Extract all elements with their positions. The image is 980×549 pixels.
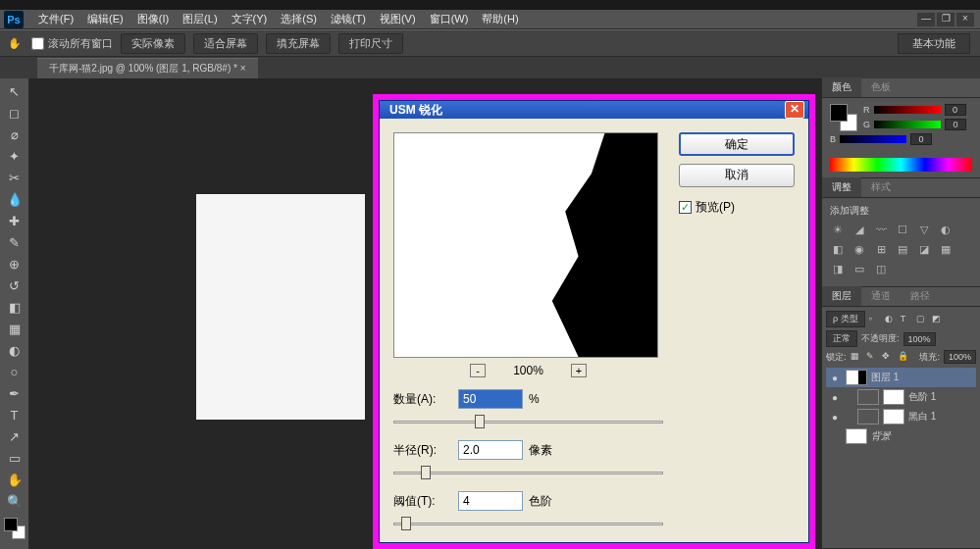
minimize-icon[interactable]: — (917, 13, 935, 26)
adj-thumb[interactable] (857, 409, 879, 424)
layer-row[interactable]: ● 图层 1 (826, 368, 976, 387)
dialog-titlebar[interactable]: USM 锐化 ✕ (380, 101, 808, 119)
crop-tool-icon[interactable]: ✂ (5, 169, 25, 186)
hand-tool-icon[interactable]: ✋ (5, 471, 25, 488)
layer-row[interactable]: ● 黑白 1 (826, 407, 976, 426)
menu-layer[interactable]: 图层(L) (176, 12, 224, 26)
invert-icon[interactable]: ◪ (916, 243, 932, 257)
mask-thumb[interactable] (883, 409, 904, 424)
levels-icon[interactable]: ◢ (851, 224, 867, 237)
layer-row[interactable]: ● 色阶 1 (826, 387, 976, 407)
layer-name[interactable]: 色阶 1 (908, 390, 974, 404)
tab-channels[interactable]: 通道 (861, 286, 901, 306)
threshold-slider[interactable] (393, 515, 663, 532)
pen-tool-icon[interactable]: ✒ (5, 384, 25, 402)
amount-slider[interactable] (393, 413, 663, 430)
threshold-input[interactable] (458, 491, 523, 511)
tab-color[interactable]: 颜色 (822, 77, 861, 97)
dodge-tool-icon[interactable]: ○ (5, 363, 25, 380)
type-tool-icon[interactable]: T (5, 406, 25, 424)
filter-type-icon[interactable]: T (901, 314, 912, 325)
path-tool-icon[interactable]: ↗ (5, 427, 25, 445)
zoom-tool-icon[interactable]: 🔍 (5, 492, 25, 510)
tab-paths[interactable]: 路径 (901, 286, 940, 306)
menu-help[interactable]: 帮助(H) (475, 12, 525, 26)
heal-tool-icon[interactable]: ✚ (5, 212, 25, 229)
hand-tool-icon[interactable]: ✋ (6, 34, 24, 52)
lock-trans-icon[interactable]: ▦ (851, 351, 862, 363)
poster-icon[interactable]: ▦ (938, 243, 954, 257)
mask-thumb[interactable] (883, 389, 904, 405)
tab-styles[interactable]: 样式 (861, 177, 901, 197)
layer-row[interactable]: 背景 (826, 426, 976, 446)
menu-filter[interactable]: 滤镜(T) (324, 12, 373, 26)
color-swatch[interactable] (4, 518, 26, 539)
lasso-tool-icon[interactable]: ⌀ (5, 125, 25, 143)
close-icon[interactable]: × (956, 13, 974, 26)
mixer-icon[interactable]: ⊞ (873, 243, 889, 257)
menu-select[interactable]: 选择(S) (274, 12, 324, 26)
wand-tool-icon[interactable]: ✦ (5, 147, 25, 165)
radius-input[interactable] (458, 440, 523, 460)
dialog-close-icon[interactable]: ✕ (785, 101, 804, 119)
scroll-all-checkbox[interactable] (31, 37, 44, 50)
menu-edit[interactable]: 编辑(E) (80, 12, 130, 26)
r-slider[interactable] (874, 106, 941, 114)
lookup-icon[interactable]: ▤ (895, 243, 910, 257)
exposure-icon[interactable]: ☐ (895, 224, 910, 237)
hue-icon[interactable]: ◐ (938, 224, 954, 237)
b-slider[interactable] (840, 135, 906, 143)
threshold-icon[interactable]: ◨ (830, 263, 846, 276)
adj-thumb[interactable] (857, 389, 879, 405)
fill-screen-button[interactable]: 填充屏幕 (266, 33, 331, 54)
fit-screen-button[interactable]: 适合屏幕 (193, 33, 258, 54)
blend-mode-dropdown[interactable]: 正常 (826, 330, 857, 347)
gradmap-icon[interactable]: ▭ (851, 263, 867, 276)
layer-name[interactable]: 黑白 1 (908, 410, 974, 424)
panel-color-swatch[interactable] (830, 104, 857, 131)
g-value[interactable]: 0 (945, 119, 966, 130)
zoom-in-button[interactable]: + (571, 364, 587, 377)
ok-button[interactable]: 确定 (679, 132, 795, 156)
layer-thumb[interactable] (846, 370, 867, 385)
menu-window[interactable]: 窗口(W) (423, 12, 476, 26)
tab-adjustments[interactable]: 调整 (822, 177, 861, 197)
lock-all-icon[interactable]: 🔒 (898, 351, 909, 363)
visibility-icon[interactable]: ● (828, 373, 842, 383)
eraser-tool-icon[interactable]: ◧ (5, 298, 25, 316)
photo-filter-icon[interactable]: ◉ (851, 243, 867, 257)
filter-shape-icon[interactable]: ▢ (916, 314, 928, 325)
vibrance-icon[interactable]: ▽ (916, 224, 932, 237)
maximize-icon[interactable]: ❐ (937, 13, 954, 26)
history-tool-icon[interactable]: ↺ (5, 276, 25, 294)
brush-tool-icon[interactable]: ✎ (5, 233, 25, 251)
brightness-icon[interactable]: ☀ (830, 224, 846, 237)
opacity-value[interactable]: 100% (903, 332, 936, 346)
color-spectrum[interactable] (830, 158, 972, 172)
workspace-dropdown[interactable]: 基本功能 (898, 33, 970, 54)
stamp-tool-icon[interactable]: ⊕ (5, 255, 25, 273)
layer-thumb[interactable] (846, 428, 867, 444)
document-tab[interactable]: 千库网-猫2.jpg @ 100% (图层 1, RGB/8#) * × (37, 58, 258, 78)
curves-icon[interactable]: 〰 (873, 224, 889, 237)
tab-swatches[interactable]: 色板 (861, 77, 901, 97)
menu-file[interactable]: 文件(F) (31, 12, 80, 26)
actual-pixels-button[interactable]: 实际像素 (121, 33, 185, 54)
menu-type[interactable]: 文字(Y) (225, 12, 275, 26)
radius-slider[interactable] (393, 464, 663, 481)
blur-tool-icon[interactable]: ◐ (5, 341, 25, 359)
filter-pixel-icon[interactable]: ▫ (869, 314, 881, 325)
filter-adj-icon[interactable]: ◐ (885, 314, 897, 325)
document-canvas[interactable] (196, 194, 365, 420)
shape-tool-icon[interactable]: ▭ (5, 449, 25, 467)
marquee-tool-icon[interactable]: ◻ (5, 104, 25, 122)
visibility-icon[interactable]: ● (828, 412, 842, 423)
bw-icon[interactable]: ◧ (830, 243, 846, 257)
preview-checkbox[interactable]: ✓ (679, 201, 692, 214)
filter-smart-icon[interactable]: ◩ (932, 314, 944, 325)
zoom-out-button[interactable]: - (470, 364, 486, 377)
menu-view[interactable]: 视图(V) (373, 12, 423, 26)
layer-name[interactable]: 图层 1 (871, 371, 974, 384)
lock-pixel-icon[interactable]: ✎ (866, 351, 878, 363)
b-value[interactable]: 0 (910, 133, 932, 145)
